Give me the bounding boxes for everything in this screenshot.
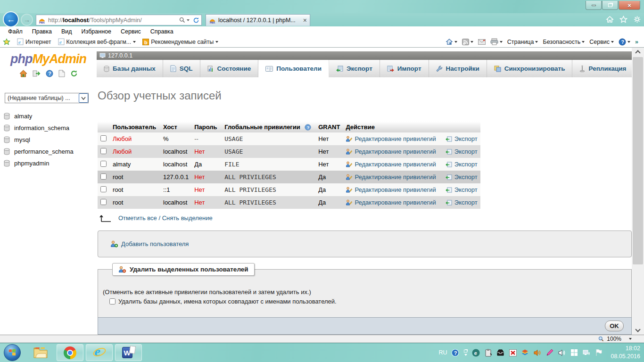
menu-file[interactable]: Файл — [4, 27, 27, 36]
eset-tray-icon[interactable]: e — [472, 349, 480, 357]
forward-button[interactable]: → — [21, 14, 33, 26]
refresh-icon[interactable] — [70, 70, 78, 77]
export-user-link[interactable]: Экспорт — [454, 186, 478, 193]
check-all-link[interactable]: Отметить все / Снять выделение — [118, 214, 213, 222]
search-dropdown-caret[interactable] — [187, 19, 190, 21]
favorites-star-icon[interactable] — [619, 16, 627, 23]
mail-button[interactable] — [478, 39, 486, 45]
db-item-phpmyadmin[interactable]: phpmyadmin — [4, 157, 93, 169]
tab-settings[interactable]: Настройки — [429, 60, 487, 77]
feeds-button[interactable] — [462, 39, 473, 45]
close-button[interactable]: × — [619, 1, 640, 10]
bluestacks-tray-icon[interactable] — [521, 349, 529, 357]
select-dropdown-button[interactable] — [79, 93, 88, 103]
export-user-link[interactable]: Экспорт — [454, 161, 478, 168]
tab-synchronize[interactable]: Синхронизировать — [487, 60, 573, 77]
tab-status[interactable]: Состояние — [200, 60, 259, 77]
export-user-link[interactable]: Экспорт — [454, 199, 478, 206]
tools-menu-button[interactable]: Сервис — [589, 39, 614, 45]
zoom-control[interactable]: 100% — [598, 336, 644, 342]
speaker-tray-icon[interactable] — [558, 349, 566, 357]
network-tray-icon[interactable] — [582, 349, 590, 357]
volume-orange-tray-icon[interactable] — [533, 349, 541, 357]
menu-tools[interactable]: Сервис — [116, 27, 145, 36]
edit-privileges-link[interactable]: Редактирование привилегий — [355, 173, 436, 181]
row-checkbox[interactable] — [100, 161, 107, 167]
home-menu-button[interactable] — [446, 38, 457, 45]
docs-icon[interactable] — [58, 70, 65, 77]
refresh-icon[interactable] — [193, 17, 199, 24]
language-indicator[interactable]: RU — [438, 349, 447, 356]
scrollbar-thumb[interactable] — [633, 57, 643, 264]
scroll-down-button[interactable] — [632, 326, 644, 335]
error-tray-icon[interactable] — [509, 349, 517, 357]
windows-update-tray-icon[interactable] — [570, 349, 578, 357]
vertical-scrollbar[interactable] — [632, 48, 644, 335]
db-item-performance-schema[interactable]: performance_schema — [4, 146, 93, 157]
row-checkbox[interactable] — [100, 135, 107, 141]
taskbar-clock[interactable]: 18:02 08.05.2016 — [611, 345, 640, 361]
add-user-link[interactable]: Добавить пользователя — [121, 240, 189, 247]
phpmyadmin-logo[interactable]: phpMyAdmin — [0, 52, 97, 66]
favorite-internet[interactable]: e Интернет — [17, 38, 51, 45]
help-icon[interactable]: ? — [46, 70, 53, 77]
tab-import[interactable]: Импорт — [380, 60, 429, 77]
home-icon[interactable] — [19, 70, 27, 77]
help-icon[interactable]: ? — [305, 124, 311, 131]
start-button[interactable] — [4, 344, 21, 361]
server-name[interactable]: 127.0.0.1 — [108, 52, 132, 59]
more-commands-chevron[interactable]: » — [635, 39, 638, 45]
row-checkbox[interactable] — [100, 199, 107, 205]
explorer-taskbar-icon[interactable] — [33, 346, 48, 359]
scroll-up-button[interactable] — [632, 48, 644, 56]
help-tray-icon[interactable]: ? — [451, 349, 459, 357]
zoom-dropdown-caret[interactable] — [629, 338, 632, 340]
word-taskbar-button[interactable]: W — [115, 344, 142, 361]
tab-replication[interactable]: Репликация — [572, 60, 634, 77]
db-item-mysql[interactable]: mysql — [4, 134, 93, 146]
favorite-web-slices[interactable]: e Коллекция веб-фрагм... — [58, 38, 136, 45]
db-item-information-schema[interactable]: information_schema — [4, 122, 93, 134]
home-icon[interactable] — [606, 16, 614, 23]
help-menu-button[interactable]: ? — [619, 38, 630, 46]
tray-overflow-button[interactable] — [463, 349, 468, 356]
menu-edit[interactable]: Правка — [28, 27, 56, 36]
menu-view[interactable]: Вид — [57, 27, 76, 36]
recent-tables-select[interactable]: (Недавние таблицы) ... — [5, 93, 89, 103]
address-bar[interactable]: PMA http://localhost/Tools/phpMyAdmin/ — [36, 15, 202, 25]
settings-gear-icon[interactable] — [633, 16, 641, 23]
pen-tray-icon[interactable] — [545, 349, 553, 357]
menu-favorites[interactable]: Избранное — [77, 27, 116, 36]
menu-help[interactable]: Справка — [146, 27, 178, 36]
tab-export[interactable]: Экспорт — [329, 60, 380, 77]
tab-sql[interactable]: SQL — [163, 60, 200, 77]
favorite-suggested-sites[interactable]: b Рекомендуемые сайты — [142, 39, 218, 45]
row-checkbox[interactable] — [100, 186, 107, 192]
page-menu-button[interactable]: Страница — [507, 39, 538, 45]
back-button[interactable]: ← — [3, 11, 19, 27]
export-user-link[interactable]: Экспорт — [454, 148, 478, 155]
ie-taskbar-button[interactable]: e — [86, 344, 113, 361]
print-button[interactable] — [490, 38, 503, 45]
export-user-link[interactable]: Экспорт — [454, 173, 478, 181]
edit-privileges-link[interactable]: Редактирование привилегий — [355, 186, 436, 193]
clipboard-tray-icon[interactable] — [484, 349, 492, 357]
restore-button[interactable] — [602, 1, 618, 10]
tab-close-icon[interactable]: × — [303, 16, 307, 24]
edit-privileges-link[interactable]: Редактирование привилегий — [355, 148, 436, 155]
safety-menu-button[interactable]: Безопасность — [543, 39, 585, 45]
add-favorite-star-icon[interactable] — [3, 38, 10, 45]
edit-privileges-link[interactable]: Редактирование привилегий — [355, 135, 436, 142]
edit-privileges-link[interactable]: Редактирование привилегий — [355, 199, 436, 206]
drop-databases-checkbox[interactable] — [109, 298, 116, 304]
export-user-link[interactable]: Экспорт — [454, 135, 478, 142]
edit-privileges-link[interactable]: Редактирование привилегий — [355, 161, 436, 168]
ok-button[interactable]: OK — [605, 321, 624, 331]
browser-tab[interactable]: PMA localhost / 127.0.0.1 | phpM... × — [206, 14, 310, 26]
url-text[interactable]: http://localhost/Tools/phpMyAdmin/ — [48, 17, 177, 24]
action-center-flag-icon[interactable] — [594, 349, 603, 357]
row-checkbox[interactable] — [100, 173, 107, 180]
row-checkbox[interactable] — [100, 148, 107, 154]
tab-databases[interactable]: Базы данных — [97, 60, 163, 77]
inbox-tray-icon[interactable] — [496, 349, 504, 357]
